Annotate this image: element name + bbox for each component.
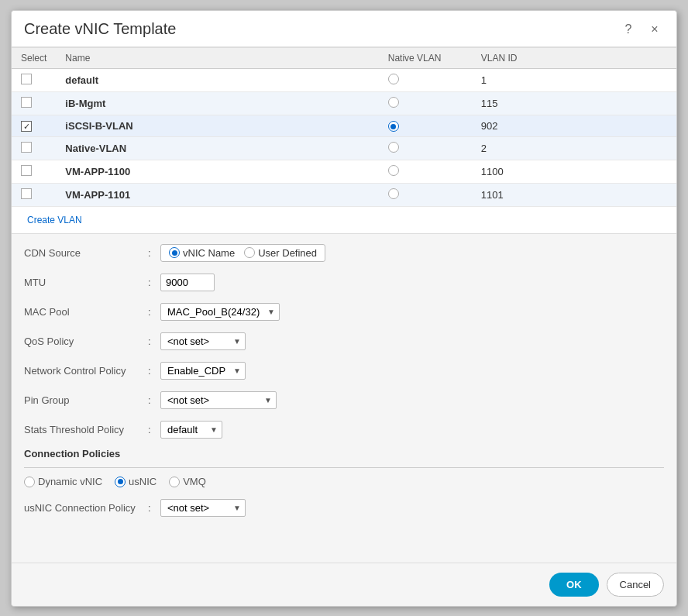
stp-select[interactable]: default	[160, 421, 222, 439]
mac-pool-label: MAC Pool	[24, 306, 148, 318]
ncp-select-wrapper: Enable_CDP ▼	[160, 362, 246, 380]
stats-threshold-policy-control: default ▼	[160, 421, 222, 439]
vlan-name: Native-VLAN	[65, 143, 126, 154]
stp-select-wrapper: default ▼	[160, 421, 222, 439]
vlan-id: 2	[472, 137, 676, 160]
col-select: Select	[12, 47, 56, 68]
network-control-policy-row: Network Control Policy : Enable_CDP ▼	[24, 360, 664, 381]
dialog-footer: OK Cancel	[12, 563, 676, 606]
qos-policy-row: QoS Policy : <not set> ▼	[24, 330, 664, 352]
cdn-vnic-name-radio[interactable]	[169, 247, 180, 258]
pin-group-label: Pin Group	[24, 394, 148, 406]
usnic-connection-policy-control: <not set> ▼	[160, 499, 246, 517]
vlan-checkbox[interactable]	[21, 165, 32, 176]
usnic-connection-policy-label: usNIC Connection Policy	[24, 502, 148, 514]
vlan-checkbox[interactable]	[21, 188, 32, 199]
qos-policy-label: QoS Policy	[24, 336, 148, 347]
dynamic-vnic-option[interactable]: Dynamic vNIC	[24, 476, 102, 487]
usnic-option[interactable]: usNIC	[115, 476, 157, 487]
mac-pool-row: MAC Pool : MAC_Pool_B(24/32) ▼	[24, 301, 664, 322]
vlan-name: VM-APP-1101	[65, 189, 130, 201]
native-vlan-radio[interactable]	[388, 165, 399, 176]
ncp-select[interactable]: Enable_CDP	[160, 362, 246, 380]
native-vlan-radio[interactable]	[388, 142, 399, 153]
vlan-id: 1101	[472, 184, 676, 207]
vlan-id: 1100	[472, 160, 676, 184]
cdn-user-defined-option[interactable]: User Defined	[244, 247, 317, 259]
cancel-button[interactable]: Cancel	[607, 573, 664, 597]
header-icons: ? ×	[619, 20, 664, 39]
cdn-vnic-name-option[interactable]: vNIC Name	[169, 247, 235, 259]
vlan-name: default	[65, 74, 98, 86]
mac-pool-select[interactable]: MAC_Pool_B(24/32)	[160, 303, 280, 321]
vlan-table: Select Name Native VLAN VLAN ID default1…	[12, 47, 676, 208]
cdn-source-radio-group: vNIC Name User Defined	[160, 244, 325, 262]
pin-group-select[interactable]: <not set>	[160, 391, 277, 409]
connection-policies-title: Connection Policies	[24, 448, 664, 459]
form-section: CDN Source : vNIC Name User Defined	[12, 234, 676, 534]
pin-group-control: <not set> ▼	[160, 391, 277, 409]
cdn-source-label: CDN Source	[24, 247, 148, 259]
vmq-option[interactable]: VMQ	[169, 476, 206, 487]
native-vlan-radio[interactable]	[388, 74, 399, 84]
native-vlan-radio[interactable]	[388, 97, 399, 108]
dynamic-vnic-label: Dynamic vNIC	[38, 476, 102, 487]
cdn-vnic-name-label: vNIC Name	[183, 247, 235, 259]
qos-policy-select[interactable]: <not set>	[160, 332, 246, 350]
mtu-input[interactable]	[160, 274, 215, 291]
cdn-source-control: vNIC Name User Defined	[160, 244, 325, 262]
col-name: Name	[56, 47, 378, 68]
vlan-checkbox[interactable]	[21, 97, 32, 108]
dialog-title: Create vNIC Template	[24, 20, 176, 38]
pin-group-select-wrapper: <not set> ▼	[160, 391, 277, 409]
vlan-name: iSCSI-B-VLAN	[65, 120, 132, 132]
create-vnic-template-dialog: Create vNIC Template ? × Select Name Nat…	[11, 10, 677, 607]
dialog-header: Create vNIC Template ? ×	[12, 11, 676, 47]
vlan-checkbox[interactable]	[21, 74, 32, 84]
cdn-user-defined-radio[interactable]	[244, 247, 255, 258]
create-vlan-link[interactable]: Create VLAN	[18, 210, 91, 230]
usnic-connection-policy-row: usNIC Connection Policy : <not set> ▼	[24, 497, 664, 518]
mtu-label: MTU	[24, 277, 148, 288]
stats-threshold-policy-row: Stats Threshold Policy : default ▼	[24, 418, 664, 440]
vlan-id: 902	[472, 115, 676, 137]
network-control-policy-control: Enable_CDP ▼	[160, 362, 246, 380]
dialog-body: Select Name Native VLAN VLAN ID default1…	[12, 47, 676, 563]
help-button[interactable]: ?	[619, 20, 638, 39]
col-native-vlan: Native VLAN	[379, 47, 472, 68]
native-vlan-radio[interactable]	[388, 188, 399, 199]
section-divider	[24, 467, 664, 468]
ok-button[interactable]: OK	[549, 573, 599, 597]
qos-policy-select-wrapper: <not set> ▼	[160, 332, 246, 350]
dynamic-vnic-radio[interactable]	[24, 477, 35, 487]
mac-pool-select-wrapper: MAC_Pool_B(24/32) ▼	[160, 303, 280, 321]
col-vlan-id: VLAN ID	[472, 47, 676, 68]
vlan-name: iB-Mgmt	[65, 98, 105, 109]
vlan-name: VM-APP-1100	[65, 166, 130, 177]
vmq-label: VMQ	[183, 476, 206, 487]
usnic-radio[interactable]	[115, 477, 126, 487]
usnic-cp-select[interactable]: <not set>	[160, 499, 246, 517]
usnic-cp-select-wrapper: <not set> ▼	[160, 499, 246, 517]
vlan-id: 115	[472, 91, 676, 115]
cdn-user-defined-label: User Defined	[258, 247, 317, 259]
vmq-radio[interactable]	[169, 477, 180, 487]
native-vlan-radio[interactable]	[388, 121, 399, 132]
network-control-policy-label: Network Control Policy	[24, 365, 148, 377]
cdn-source-row: CDN Source : vNIC Name User Defined	[24, 242, 664, 263]
usnic-label: usNIC	[129, 476, 157, 487]
close-button[interactable]: ×	[645, 20, 664, 39]
stats-threshold-policy-label: Stats Threshold Policy	[24, 424, 148, 435]
mtu-control	[160, 274, 215, 291]
vlan-id: 1	[472, 68, 676, 91]
pin-group-row: Pin Group : <not set> ▼	[24, 389, 664, 411]
qos-policy-control: <not set> ▼	[160, 332, 246, 350]
vlan-checkbox[interactable]	[21, 121, 32, 132]
mtu-row: MTU :	[24, 271, 664, 293]
mac-pool-control: MAC_Pool_B(24/32) ▼	[160, 303, 280, 321]
vlan-checkbox[interactable]	[21, 142, 32, 153]
connection-type-radio-group: Dynamic vNIC usNIC VMQ	[24, 476, 664, 487]
